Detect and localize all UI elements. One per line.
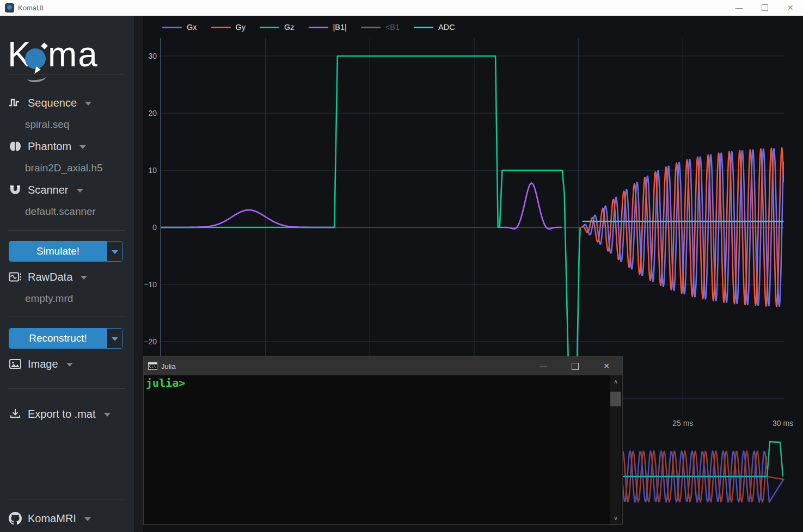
rawdata-scope-icon: [9, 270, 22, 283]
legend-item-Gy[interactable]: Gy: [211, 23, 246, 32]
komaui-window: { "titlebar": { "title": "KomaUI", "mini…: [0, 0, 803, 532]
legend-swatch: [162, 27, 182, 28]
chevron-down-icon: [85, 102, 91, 106]
legend-swatch: [309, 27, 328, 28]
simulate-button[interactable]: Simulate!: [9, 241, 122, 262]
chevron-down-icon: [66, 363, 73, 367]
chevron-down-icon: [104, 413, 111, 417]
legend-label: Gy: [236, 23, 246, 32]
terminal-close-button[interactable]: ✕: [591, 357, 622, 375]
legend-label: ADC: [438, 23, 455, 32]
sidebar-item-phantom[interactable]: Phantom: [9, 138, 86, 154]
image-icon: [9, 357, 22, 370]
legend-label: <B1: [385, 23, 400, 32]
maximize-button[interactable]: [752, 0, 777, 15]
terminal-scrollbar[interactable]: ∧ ∨: [610, 375, 621, 524]
github-icon: [9, 512, 22, 525]
legend-item-B1[interactable]: |B1|: [309, 23, 347, 32]
minimize-button[interactable]: —: [726, 0, 752, 15]
chevron-down-icon: [112, 250, 118, 254]
divider: [8, 75, 125, 75]
legend-swatch: [361, 27, 381, 28]
rawdata-file-item[interactable]: empty.mrd: [25, 293, 73, 305]
sequence-label: Sequence: [28, 97, 77, 109]
chevron-down-icon: [81, 276, 87, 280]
legend-item-Gz[interactable]: Gz: [260, 23, 295, 32]
divider: [8, 388, 125, 389]
terminal-console[interactable]: julia> ∧ ∨: [144, 375, 622, 524]
logo-globe-icon: [25, 48, 46, 69]
maximize-icon: [762, 4, 768, 11]
logo-letters-ma: ma: [48, 34, 99, 75]
legend-item-ADC[interactable]: ADC: [414, 23, 455, 32]
app-icon: [5, 3, 14, 13]
scroll-up-icon[interactable]: ∧: [610, 378, 621, 385]
pulse-icon: [9, 96, 22, 109]
divider: [8, 499, 125, 499]
download-icon: [9, 407, 22, 420]
legend-swatch: [260, 27, 279, 28]
divider: [8, 230, 125, 231]
export-label: Export to .mat: [28, 408, 96, 420]
logo-pen-nib: [41, 42, 48, 50]
sidebar-item-scanner[interactable]: Scanner: [9, 182, 83, 198]
sidebar-item-sequence[interactable]: Sequence: [9, 95, 91, 111]
rawdata-label: RawData: [28, 271, 72, 283]
phantom-label: Phantom: [28, 140, 71, 153]
legend-item-B1[interactable]: <B1: [361, 23, 400, 32]
legend-label: |B1|: [333, 23, 347, 32]
legend-item-Gx[interactable]: Gx: [162, 23, 197, 32]
scanner-file-item[interactable]: default.scanner: [25, 206, 96, 218]
chevron-down-icon: [112, 337, 118, 341]
sidebar: K ma Sequence spiral.seq Phantom brain2D…: [0, 16, 134, 532]
image-label: Image: [28, 358, 58, 370]
reconstruct-button[interactable]: Reconstruct!: [9, 328, 122, 349]
plot-legend[interactable]: GxGyGz|B1|<B1ADC: [162, 23, 455, 32]
komamri-label: KomaMRI: [28, 512, 76, 525]
scrollbar-thumb[interactable]: [610, 392, 621, 406]
legend-swatch: [211, 27, 231, 28]
legend-label: Gx: [187, 23, 197, 32]
chevron-down-icon: [77, 189, 83, 193]
terminal-maximize-button[interactable]: [559, 357, 591, 375]
app-titlebar: KomaUI — ✕: [0, 0, 803, 16]
sidebar-item-export[interactable]: Export to .mat: [9, 406, 111, 422]
magnet-icon: [9, 183, 22, 196]
close-button[interactable]: ✕: [777, 0, 803, 15]
terminal-window-controls: — ✕: [528, 357, 622, 375]
cmd-icon: [148, 362, 157, 370]
terminal-maximize-icon: [572, 363, 579, 370]
simulate-dropdown[interactable]: [107, 242, 122, 261]
scanner-label: Scanner: [28, 184, 69, 196]
brain-icon: [9, 140, 22, 153]
koma-logo: K ma: [0, 16, 134, 86]
legend-swatch: [414, 27, 433, 28]
chevron-down-icon: [84, 517, 91, 521]
phantom-file-item[interactable]: brain2D_axial.h5: [25, 162, 103, 174]
sequence-file-item[interactable]: spiral.seq: [25, 119, 69, 131]
app-title: KomaUI: [18, 4, 44, 12]
reconstruct-button-label[interactable]: Reconstruct!: [9, 329, 107, 348]
terminal-minimize-button[interactable]: —: [528, 357, 559, 375]
terminal-title: Julia: [161, 362, 176, 370]
julia-terminal-window: Julia — ✕ julia> ∧ ∨: [143, 356, 623, 525]
julia-prompt: julia>: [146, 376, 185, 389]
simulate-button-label[interactable]: Simulate!: [9, 242, 107, 261]
sidebar-item-image[interactable]: Image: [9, 356, 73, 372]
scroll-down-icon[interactable]: ∨: [610, 515, 621, 522]
legend-label: Gz: [284, 23, 295, 32]
chevron-down-icon: [79, 145, 86, 149]
sidebar-item-komamri-github[interactable]: KomaMRI: [9, 510, 91, 527]
sidebar-item-rawdata[interactable]: RawData: [9, 269, 87, 285]
divider: [8, 317, 125, 317]
terminal-titlebar[interactable]: Julia — ✕: [144, 357, 622, 375]
window-controls: — ✕: [726, 0, 803, 15]
reconstruct-dropdown[interactable]: [107, 329, 122, 348]
